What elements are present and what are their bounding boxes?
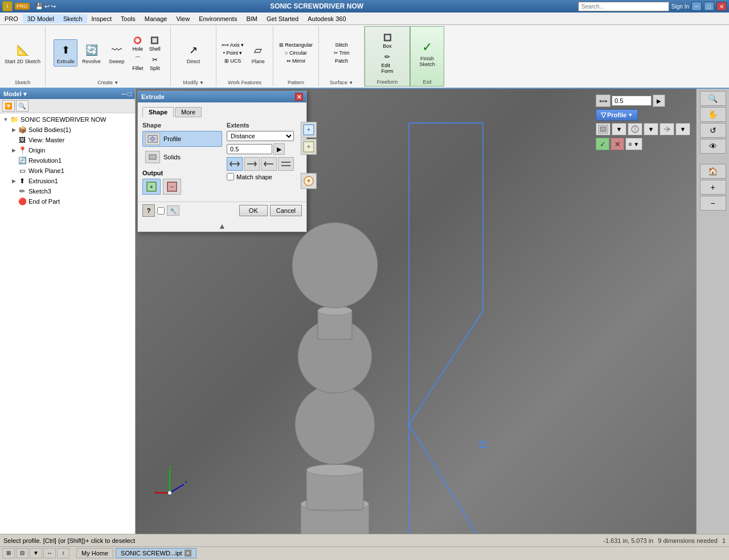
plane-btn[interactable]: ▱ Plane (247, 40, 269, 66)
dialog-close-btn[interactable]: ✕ (295, 93, 303, 101)
menu-manage[interactable]: Manage (140, 14, 172, 23)
mirror-btn[interactable]: ⇔ Mirror (277, 57, 314, 64)
taskbar-icon5[interactable]: ↕ (57, 548, 69, 558)
footer-checkbox[interactable] (157, 207, 165, 215)
cancel-canvas-btn[interactable]: ✕ (611, 138, 624, 150)
close-btn[interactable]: ✕ (716, 2, 727, 11)
finish-sketch-btn[interactable]: ✓ FinishSketch (416, 37, 439, 69)
menu-get-started[interactable]: Get Started (262, 14, 303, 23)
profile-canvas-btn[interactable]: ▽ Profile ▼ (596, 109, 638, 121)
patch-btn[interactable]: Patch (332, 57, 351, 64)
dimension-value-input[interactable] (612, 96, 652, 106)
menu-autodesk-360[interactable]: Autodesk 360 (303, 14, 350, 23)
edit-form-btn[interactable]: ✏ EditForm (380, 51, 395, 75)
extrusion1-expander[interactable]: ▶ (10, 178, 17, 184)
canvas-tool6-btn[interactable]: ▼ (675, 123, 690, 135)
taskbar-sonic-screwdriver[interactable]: SONIC SCREWD...ipt ✕ (116, 548, 196, 558)
canvas-tool2-btn[interactable]: ▼ (612, 123, 626, 135)
dir-both-btn[interactable] (227, 157, 243, 171)
rt-look-btn[interactable]: 👁 (700, 139, 726, 154)
sign-in-btn[interactable]: Sign In (671, 3, 689, 10)
menu-bim[interactable]: BIM (241, 14, 262, 23)
revolve-btn[interactable]: 🔄 Revolve (80, 40, 103, 66)
cut-output-btn[interactable]: − (163, 179, 181, 195)
profile-shape-btn[interactable]: Profile (142, 131, 222, 147)
search-panel-btn[interactable]: 🔍 (16, 100, 28, 112)
more-options-btn[interactable]: ≡ ▼ (625, 138, 642, 150)
taskbar-icon4[interactable]: ↔ (43, 548, 56, 558)
axis-btn[interactable]: ⟺ Axis ▾ (220, 42, 246, 48)
rt-zoom-btn[interactable]: 🔍 (700, 91, 726, 106)
tree-item-work-plane1[interactable]: ▭ Work Plane1 (1, 166, 134, 176)
solid-bodies-expander[interactable]: ▶ (10, 127, 17, 133)
tree-item-revolution1[interactable]: 🔄 Revolution1 (1, 155, 134, 166)
dir-right-btn[interactable] (244, 157, 260, 171)
origin-expander[interactable]: ▶ (10, 147, 17, 153)
rt-zoom-out-btn[interactable]: − (700, 196, 726, 211)
box-freeform-btn[interactable]: 🔲 Box (380, 31, 395, 50)
fillet-btn[interactable]: ⌒ Fillet (130, 53, 145, 72)
rt-zoom-in-btn[interactable]: + (700, 180, 726, 195)
modify-group-label[interactable]: Modify (183, 80, 204, 85)
dim-lock-btn[interactable]: ⟺ (596, 94, 611, 107)
undo-btn[interactable]: ↩ (44, 3, 50, 10)
tree-item-view-master[interactable]: 🖼 View: Master (1, 135, 134, 145)
hole-btn[interactable]: ⭕ Hole (130, 34, 145, 52)
filter-btn[interactable]: 🔽 (2, 100, 15, 112)
taskbar-icon1[interactable]: ⊞ (2, 548, 15, 558)
direct-btn[interactable]: ↗ Direct (182, 40, 205, 66)
menu-view[interactable]: View (171, 14, 194, 23)
rt-orbit-btn[interactable]: ↺ (700, 123, 726, 138)
surface-label[interactable]: Surface (330, 80, 353, 85)
stitch-btn[interactable]: Stitch (332, 42, 351, 48)
canvas-tool1-btn[interactable] (596, 123, 611, 135)
minimize-btn[interactable]: ─ (691, 2, 702, 11)
panel-minimize-btn[interactable]: ─ (121, 90, 126, 98)
canvas-tool4-btn[interactable]: ▼ (644, 123, 658, 135)
tree-item-sketch3[interactable]: ✏ Sketch3 (1, 186, 134, 196)
taskbar-my-home[interactable]: My Home (76, 548, 113, 558)
menu-environments[interactable]: Environments (194, 14, 241, 23)
menu-sketch[interactable]: Sketch (59, 14, 87, 23)
split-btn[interactable]: ✂ Split (148, 53, 162, 72)
dimension-arrow-btn[interactable]: ▶ (653, 94, 665, 107)
dialog-tab-more[interactable]: More (175, 107, 202, 117)
panel-expand-btn[interactable]: □ (128, 90, 132, 98)
point-btn[interactable]: • Point ▾ (220, 50, 246, 56)
tree-item-extrusion1[interactable]: ▶ ⬆ Extrusion1 (1, 176, 134, 186)
tree-item-solid-bodies[interactable]: ▶ 📦 Solid Bodies(1) (1, 125, 134, 135)
maximize-btn[interactable]: □ (704, 2, 714, 11)
save-btn[interactable]: 💾 (35, 3, 43, 10)
extrude-btn[interactable]: ⬆ Extrude (54, 39, 77, 67)
tree-item-origin[interactable]: ▶ 📍 Origin (1, 145, 134, 155)
rectangular-btn[interactable]: ⊞ Rectangular (277, 42, 314, 48)
start-2d-sketch-btn[interactable]: 📐 Start 2D Sketch (2, 40, 43, 66)
match-shape-checkbox[interactable] (227, 173, 234, 180)
footer-tool1[interactable]: 🔧 (167, 205, 179, 216)
redo-btn[interactable]: ↪ (51, 3, 56, 10)
help-btn[interactable]: ? (142, 204, 155, 217)
circular-btn[interactable]: ○ Circular (277, 50, 314, 56)
root-expander[interactable]: ▼ (2, 117, 9, 122)
taskbar-close-btn[interactable]: ✕ (185, 550, 191, 557)
ucs-btn[interactable]: ⊞ UCS (220, 57, 246, 64)
taskbar-icon2[interactable]: ⊟ (16, 548, 28, 558)
confirm-btn[interactable]: ✓ (596, 138, 609, 150)
solids-shape-btn[interactable]: Solids (142, 149, 222, 165)
join-output-btn[interactable]: + (142, 179, 161, 195)
menu-tools[interactable]: Tools (116, 14, 140, 23)
menu-inspect[interactable]: Inspect (87, 14, 116, 23)
search-input[interactable] (578, 2, 669, 11)
taskbar-icon3[interactable]: ▼ (30, 548, 42, 558)
sweep-btn[interactable]: 〰 Sweep (105, 40, 128, 66)
trim-btn[interactable]: ✂ Trim (332, 50, 351, 56)
canvas-tool3-btn[interactable] (628, 123, 642, 135)
create-group-label[interactable]: Create (97, 80, 118, 85)
rt-home-btn[interactable]: 🏠 (700, 164, 726, 179)
menu-3d-model[interactable]: 3D Model (23, 14, 59, 23)
tree-item-root[interactable]: ▼ 📁 SONIC SCREWDRIVER NOW (1, 114, 134, 125)
tree-item-end-of-part[interactable]: 🔴 End of Part (1, 196, 134, 207)
menu-pro[interactable]: PRO (0, 14, 23, 23)
dialog-tab-shape[interactable]: Shape (142, 107, 174, 117)
rt-pan-btn[interactable]: ✋ (700, 107, 726, 122)
